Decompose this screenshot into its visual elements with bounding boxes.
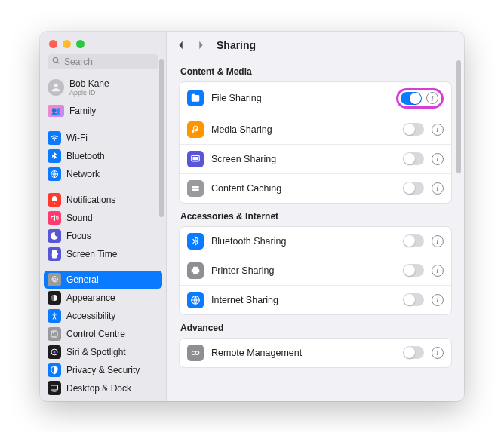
siri-spotlight-icon — [48, 345, 61, 359]
internet-sharing-icon — [187, 292, 204, 308]
sidebar-item-label: General — [66, 274, 99, 285]
sidebar-item-label: Screen Time — [66, 249, 117, 259]
info-button[interactable]: i — [432, 153, 444, 165]
setting-label: Bluetooth Sharing — [211, 236, 395, 247]
sidebar-item-label: Control Centre — [66, 329, 125, 339]
svg-point-3 — [54, 312, 55, 314]
toggle-screen-sharing[interactable] — [403, 152, 424, 165]
toggle-content-caching[interactable] — [403, 182, 424, 195]
desktop-dock-icon — [48, 381, 61, 395]
accessibility-icon — [48, 309, 61, 323]
control-centre-icon — [48, 327, 61, 341]
panel: File SharingiMedia SharingiScreen Sharin… — [179, 81, 452, 204]
main-scrollbar[interactable] — [456, 60, 461, 173]
sidebar-item-screen-time[interactable]: Screen Time — [40, 245, 166, 263]
setting-label: Content Caching — [211, 183, 395, 194]
svg-rect-9 — [51, 385, 58, 390]
setting-label: Remote Management — [211, 348, 395, 358]
sidebar-item-control-centre[interactable]: Control Centre — [40, 325, 166, 343]
content-caching-icon — [187, 180, 204, 197]
svg-rect-10 — [53, 391, 57, 392]
info-button[interactable]: i — [432, 265, 444, 277]
toggle-internet-sharing[interactable] — [403, 293, 424, 306]
toggle-remote-management[interactable] — [403, 346, 424, 359]
toggle-file-sharing[interactable] — [401, 92, 422, 105]
svg-rect-13 — [192, 186, 198, 188]
notifications-icon — [48, 193, 61, 207]
sidebar-item-network[interactable]: Network — [40, 165, 166, 183]
sidebar-item-bluetooth[interactable]: Bluetooth — [40, 147, 166, 165]
sidebar-item-wi-fi[interactable]: Wi-Fi — [40, 129, 166, 147]
close-window-button[interactable] — [49, 40, 57, 48]
search-input[interactable]: Search — [48, 54, 158, 69]
setting-row-screen-sharing: Screen Sharingi — [180, 145, 451, 174]
info-button[interactable]: i — [432, 124, 444, 136]
general-icon — [48, 273, 61, 286]
info-button[interactable]: i — [432, 347, 444, 359]
info-button[interactable]: i — [432, 182, 444, 195]
zoom-window-button[interactable] — [76, 40, 85, 48]
panel: Remote Managementi — [179, 338, 452, 368]
minimize-window-button[interactable] — [63, 40, 71, 48]
svg-point-5 — [53, 332, 54, 333]
setting-row-remote-management: Remote Managementi — [180, 339, 451, 367]
setting-row-media-sharing: Media Sharingi — [180, 115, 451, 145]
panel: Bluetooth SharingiPrinter SharingiIntern… — [179, 226, 452, 315]
setting-row-internet-sharing: Internet Sharingi — [180, 286, 451, 314]
sidebar-item-family[interactable]: 👥 Family — [40, 101, 166, 121]
sidebar-item-privacy-security[interactable]: Privacy & Security — [40, 361, 166, 379]
setting-row-printer-sharing: Printer Sharingi — [180, 256, 451, 286]
info-button[interactable]: i — [426, 92, 438, 104]
toggle-printer-sharing[interactable] — [403, 264, 424, 277]
sidebar-item-appearance[interactable]: Appearance — [40, 289, 166, 307]
sidebar-scrollbar[interactable] — [159, 59, 164, 217]
sidebar-item-notifications[interactable]: Notifications — [40, 191, 166, 209]
sidebar-item-label: Appearance — [66, 293, 115, 303]
toggle-media-sharing[interactable] — [403, 123, 424, 136]
sidebar-item-accessibility[interactable]: Accessibility — [40, 307, 166, 325]
sidebar-item-sound[interactable]: Sound — [40, 209, 166, 227]
avatar — [48, 79, 64, 96]
back-button[interactable] — [177, 40, 188, 51]
sidebar-item-label: Network — [66, 169, 100, 179]
header: Sharing — [167, 32, 464, 56]
wi-fi-icon — [48, 131, 61, 145]
sound-icon — [48, 211, 61, 225]
svg-point-16 — [192, 351, 195, 354]
svg-point-6 — [55, 334, 57, 335]
sidebar-item-label: Siri & Spotlight — [66, 347, 126, 357]
page-title: Sharing — [217, 39, 256, 51]
sidebar-item-focus[interactable]: Focus — [40, 227, 166, 245]
privacy-security-icon — [48, 363, 61, 377]
sidebar-item-desktop-dock[interactable]: Desktop & Dock — [40, 379, 166, 397]
svg-point-8 — [54, 351, 56, 353]
info-button[interactable]: i — [432, 235, 444, 247]
sidebar: Search Bob Kane Apple ID 👥 Family Wi-FiB… — [40, 32, 167, 401]
search-placeholder: Search — [64, 57, 93, 67]
sidebar-item-label: Sound — [66, 213, 93, 223]
sidebar-item-label: Focus — [66, 231, 91, 241]
appearance-icon — [48, 291, 61, 305]
svg-rect-1 — [53, 250, 57, 258]
setting-row-content-caching: Content Cachingi — [180, 174, 451, 203]
sidebar-item-label: Wi-Fi — [66, 133, 88, 143]
window-controls — [40, 32, 166, 54]
toggle-bluetooth-sharing[interactable] — [403, 234, 424, 247]
main-panel: Sharing Content & MediaFile SharingiMedi… — [167, 32, 464, 401]
setting-row-file-sharing: File Sharingi — [180, 82, 451, 115]
svg-point-17 — [195, 351, 199, 354]
sidebar-item-general[interactable]: General — [44, 271, 162, 289]
sidebar-item-siri-spotlight[interactable]: Siri & Spotlight — [40, 343, 166, 361]
sidebar-item-label: Desktop & Dock — [66, 383, 131, 394]
settings-window: Search Bob Kane Apple ID 👥 Family Wi-FiB… — [40, 32, 464, 401]
sidebar-item-apple-id[interactable]: Bob Kane Apple ID — [40, 75, 166, 101]
forward-button[interactable] — [197, 40, 207, 51]
printer-sharing-icon — [187, 262, 204, 279]
focus-icon — [48, 229, 61, 243]
search-icon — [52, 57, 60, 67]
svg-rect-14 — [192, 188, 198, 190]
section-title: Accessories & Internet — [180, 211, 450, 222]
sidebar-item-label: Bluetooth — [66, 151, 105, 161]
info-button[interactable]: i — [432, 294, 444, 306]
file-sharing-icon — [187, 90, 204, 106]
